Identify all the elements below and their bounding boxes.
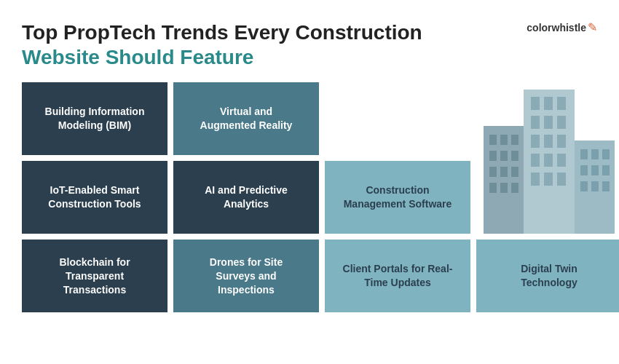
svg-rect-25 — [511, 167, 519, 177]
svg-rect-24 — [500, 167, 508, 177]
tile-cms: ConstructionManagement Software — [325, 161, 470, 234]
tile-blockchain: Blockchain forTransparentTransactions — [22, 240, 167, 312]
svg-rect-35 — [602, 165, 610, 175]
page-container: colorwhistle ✎ Top PropTech Trends Every… — [0, 0, 619, 364]
header: Top PropTech Trends Every Construction W… — [22, 20, 597, 69]
title-line2: Website Should Feature — [22, 45, 597, 70]
svg-rect-4 — [531, 116, 540, 129]
svg-rect-11 — [544, 154, 553, 167]
svg-rect-10 — [531, 154, 540, 167]
building-illustration — [476, 82, 619, 234]
svg-rect-23 — [489, 167, 497, 177]
svg-rect-7 — [531, 135, 540, 148]
svg-rect-5 — [544, 116, 553, 129]
svg-rect-34 — [591, 165, 599, 175]
svg-rect-3 — [557, 97, 566, 110]
svg-rect-6 — [557, 116, 566, 129]
tile-ai: AI and PredictiveAnalytics — [173, 161, 319, 234]
tile-drones: Drones for SiteSurveys andInspections — [173, 240, 319, 312]
title-line1: Top PropTech Trends Every Construction — [22, 20, 597, 45]
svg-rect-1 — [531, 97, 540, 110]
svg-rect-12 — [557, 154, 566, 167]
digital-twin-label: Digital TwinTechnology — [521, 262, 577, 290]
grid-area: Building InformationModeling (BIM) Virtu… — [22, 82, 597, 312]
tile-empty1 — [325, 82, 470, 155]
tile-digital-twin: Digital TwinTechnology — [476, 240, 619, 312]
logo-icon: ✎ — [588, 20, 597, 34]
svg-rect-20 — [489, 151, 497, 161]
svg-rect-21 — [500, 151, 508, 161]
svg-rect-22 — [511, 151, 519, 161]
svg-rect-31 — [591, 149, 599, 159]
tile-client: Client Portals for Real-Time Updates — [325, 240, 470, 312]
svg-rect-26 — [489, 183, 497, 193]
svg-rect-30 — [580, 149, 588, 159]
svg-rect-9 — [557, 135, 566, 148]
svg-rect-38 — [602, 181, 610, 191]
svg-rect-36 — [580, 181, 588, 191]
svg-rect-8 — [544, 135, 553, 148]
svg-rect-32 — [602, 149, 610, 159]
svg-rect-27 — [500, 183, 508, 193]
right-column: Digital TwinTechnology — [476, 82, 619, 312]
svg-rect-33 — [580, 165, 588, 175]
svg-rect-2 — [544, 97, 553, 110]
svg-rect-19 — [511, 135, 519, 145]
left-grid: Building InformationModeling (BIM) Virtu… — [22, 82, 470, 312]
svg-rect-37 — [591, 181, 599, 191]
svg-rect-14 — [544, 173, 553, 186]
tile-var: Virtual andAugmented Reality — [173, 82, 319, 155]
tile-iot: IoT-Enabled SmartConstruction Tools — [22, 161, 167, 234]
svg-rect-18 — [500, 135, 508, 145]
logo-text: colorwhistle — [527, 22, 586, 33]
svg-rect-15 — [557, 173, 566, 186]
logo: colorwhistle ✎ — [527, 20, 597, 34]
svg-rect-17 — [489, 135, 497, 145]
svg-rect-13 — [531, 173, 540, 186]
tile-bim: Building InformationModeling (BIM) — [22, 82, 167, 155]
svg-rect-28 — [511, 183, 519, 193]
